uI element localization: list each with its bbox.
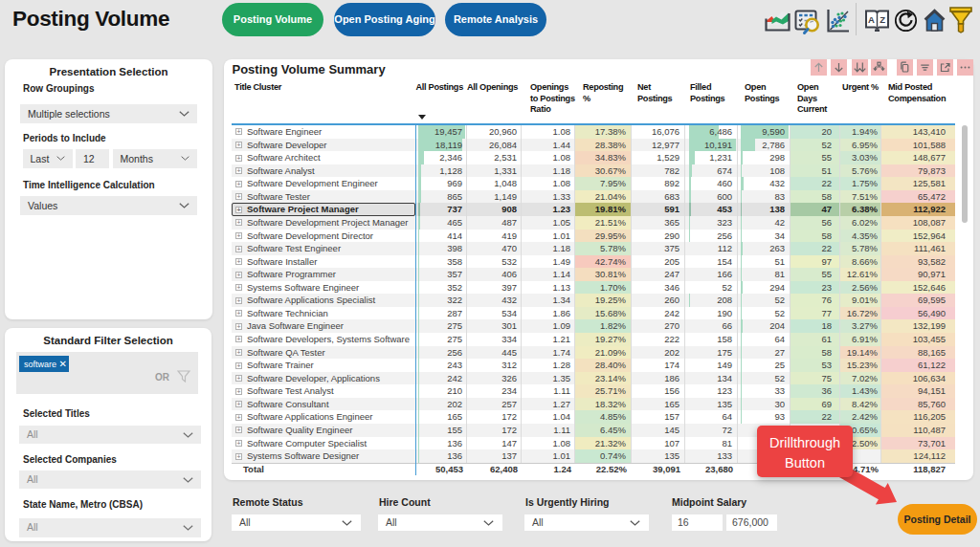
svg-text:A: A xyxy=(868,14,875,25)
svg-text:Z: Z xyxy=(880,14,885,25)
